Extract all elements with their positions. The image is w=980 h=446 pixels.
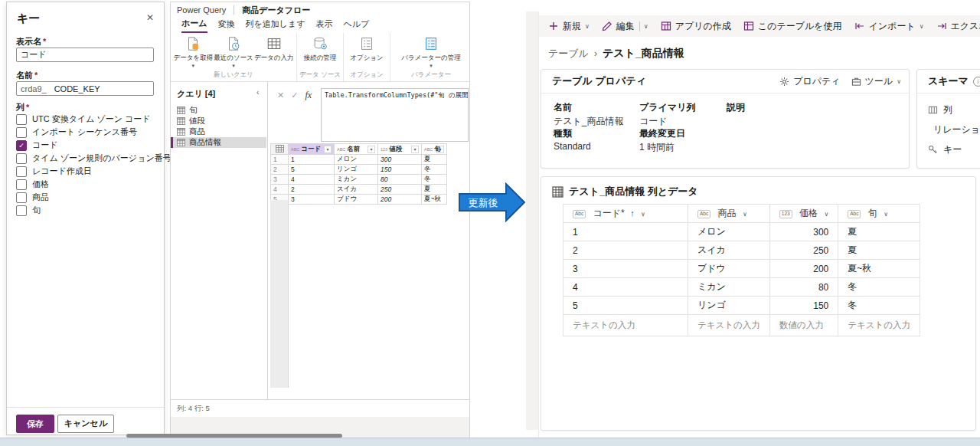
filter-dropdown-icon[interactable]	[368, 146, 375, 153]
cell[interactable]: 2	[289, 185, 335, 195]
query-item-product-info[interactable]: 商品情報	[171, 137, 266, 148]
cell[interactable]: 4	[289, 175, 335, 185]
cell[interactable]: 冬	[422, 165, 447, 175]
cell[interactable]: メロン	[335, 155, 378, 165]
schema-keys-link[interactable]: キー	[917, 139, 980, 159]
chevron-down-icon[interactable]	[824, 211, 828, 218]
manage-parameters-button[interactable]: パラメーターの管理	[393, 35, 469, 68]
create-app-button[interactable]: アプリの作成	[661, 20, 731, 33]
checkbox-product[interactable]: 商品	[16, 191, 158, 204]
schema-columns-link[interactable]: 列	[917, 100, 980, 120]
checkbox-import-sequence[interactable]: インポート シーケンス番号	[16, 126, 158, 139]
cell[interactable]: 夏~秋	[422, 195, 447, 205]
properties-button[interactable]: プロパティ	[779, 75, 840, 88]
cell[interactable]: 夏	[838, 241, 920, 260]
checkbox-price[interactable]: 価格	[16, 178, 158, 191]
cell[interactable]: スイカ	[335, 185, 378, 195]
query-item-season[interactable]: 旬	[171, 105, 266, 116]
cell[interactable]: 200	[378, 195, 422, 205]
tab-add-column[interactable]: 列を追加します	[246, 18, 305, 32]
row-number[interactable]: 1	[271, 155, 289, 165]
cell[interactable]: 5	[289, 165, 335, 175]
cell[interactable]: リンゴ	[335, 165, 378, 175]
text-input-cell[interactable]: テキストの入力	[838, 315, 920, 336]
checkbox-record-created[interactable]: レコード作成日	[16, 165, 158, 178]
close-icon[interactable]	[144, 11, 156, 24]
column-header-season[interactable]: ABC旬	[422, 144, 447, 155]
cell[interactable]: 2	[564, 241, 688, 260]
cell[interactable]: 夏~秋	[838, 260, 920, 278]
chevron-down-icon[interactable]	[743, 211, 747, 218]
column-header-code[interactable]: Abc コード* ↑	[564, 205, 688, 223]
display-name-input[interactable]: コード	[16, 48, 154, 62]
cell[interactable]: 150	[769, 297, 838, 315]
recent-sources-button[interactable]: 最近のソース	[214, 35, 254, 68]
checkbox-code[interactable]: コード	[16, 139, 158, 152]
tab-home[interactable]: ホーム	[181, 18, 207, 33]
new-button[interactable]: 新規	[548, 20, 590, 33]
formula-input[interactable]: Table.TransformColumnTypes(#"旬 の展開",	[321, 88, 469, 142]
cell[interactable]: 200	[769, 260, 838, 278]
breadcrumb-tables[interactable]: テーブル	[548, 47, 589, 61]
column-header-code[interactable]: ABCコード	[289, 144, 335, 155]
cancel-button[interactable]: キャンセル	[57, 415, 114, 433]
checkbox-utc-timezone-code[interactable]: UTC 変換タイム ゾーン コード	[16, 113, 158, 126]
tab-transform[interactable]: 変換	[218, 18, 235, 32]
cell[interactable]: ミカン	[688, 278, 770, 297]
chevron-down-icon[interactable]	[884, 211, 888, 218]
row-number[interactable]: 2	[271, 165, 289, 175]
cancel-formula-icon[interactable]	[277, 90, 284, 100]
filter-dropdown-icon[interactable]	[411, 146, 419, 153]
row-number[interactable]: 3	[271, 175, 289, 185]
cell[interactable]: 1	[564, 223, 688, 241]
column-header-product[interactable]: Abc 商品	[688, 205, 770, 223]
checkbox-timezone-rule-version[interactable]: タイム ゾーン規則のバージョン番号	[16, 152, 158, 165]
enter-data-button[interactable]: データの入力	[253, 35, 294, 63]
cell[interactable]: 冬	[838, 278, 920, 297]
checkbox-season[interactable]: 旬	[16, 204, 158, 217]
cell[interactable]: 80	[378, 175, 422, 185]
name-input[interactable]: crda9_ CODE_KEY	[16, 81, 154, 96]
cell[interactable]: 1	[289, 155, 335, 165]
cell[interactable]: 80	[769, 278, 838, 297]
edit-button[interactable]: 編集	[602, 20, 648, 33]
import-button[interactable]: インポート	[854, 20, 924, 33]
collapse-pane-icon[interactable]	[256, 88, 259, 97]
options-button[interactable]: オプション	[346, 35, 387, 63]
filter-dropdown-icon[interactable]	[324, 146, 332, 153]
tools-button[interactable]: ツール	[851, 75, 901, 88]
cell[interactable]: 冬	[422, 175, 447, 185]
pq-document-tab[interactable]: 商品データフロー	[242, 5, 310, 16]
cell[interactable]: 300	[769, 223, 838, 241]
column-header-season[interactable]: Abc 旬	[838, 205, 920, 223]
column-header-price[interactable]: 123 価格	[769, 205, 838, 223]
cell[interactable]: 150	[378, 165, 422, 175]
tab-help[interactable]: ヘルプ	[344, 18, 370, 32]
save-button[interactable]: 保存	[16, 415, 54, 433]
cell[interactable]: メロン	[688, 223, 770, 241]
cell[interactable]: 夏	[838, 223, 920, 241]
text-input-cell[interactable]: テキストの入力	[564, 315, 688, 336]
number-input-cell[interactable]: 数値の入力	[769, 315, 838, 336]
query-item-price-list[interactable]: 値段	[171, 116, 266, 126]
cell[interactable]: 3	[564, 260, 688, 278]
cell[interactable]: 5	[564, 297, 688, 315]
cell[interactable]: 夏	[422, 155, 447, 165]
commit-formula-icon[interactable]	[291, 90, 298, 100]
cell[interactable]: スイカ	[688, 241, 770, 260]
use-table-button[interactable]: このテーブルを使用	[743, 20, 842, 33]
cell[interactable]: 冬	[838, 297, 920, 315]
chevron-down-icon[interactable]	[641, 211, 645, 218]
text-input-cell[interactable]: テキストの入力	[688, 315, 770, 336]
cell[interactable]: ブドウ	[688, 260, 770, 278]
cell[interactable]: リンゴ	[688, 297, 770, 315]
schema-relationships-link[interactable]: リレーションシップ	[917, 120, 980, 139]
cell[interactable]: 夏	[422, 185, 447, 195]
tab-view[interactable]: 表示	[316, 18, 333, 32]
get-data-button[interactable]: データを取得	[173, 35, 214, 68]
cell[interactable]: 300	[378, 155, 422, 165]
query-item-product[interactable]: 商品	[171, 126, 266, 137]
cell[interactable]: 250	[378, 185, 422, 195]
cell[interactable]: 250	[769, 241, 838, 260]
cell[interactable]: 4	[564, 278, 688, 297]
